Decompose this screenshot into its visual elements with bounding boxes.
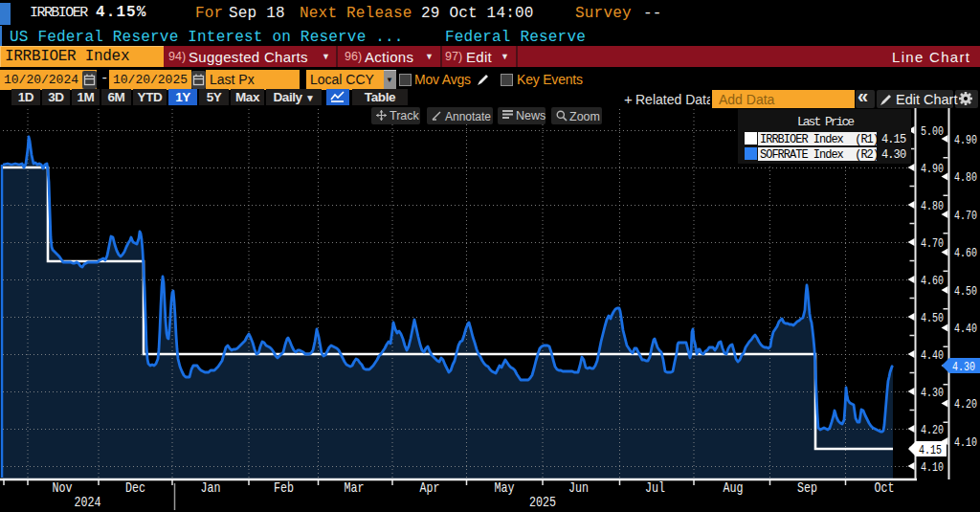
svg-text:4.90: 4.90 bbox=[954, 133, 977, 147]
svg-text:4.40: 4.40 bbox=[921, 348, 944, 363]
svg-text:4.60: 4.60 bbox=[921, 274, 944, 288]
svg-text:4.10: 4.10 bbox=[921, 460, 944, 475]
svg-text:Apr: Apr bbox=[420, 480, 440, 497]
svg-text:4.60: 4.60 bbox=[954, 246, 977, 260]
svg-text:4.50: 4.50 bbox=[954, 284, 977, 299]
svg-text:4.20: 4.20 bbox=[921, 423, 944, 437]
svg-text:Sep: Sep bbox=[797, 480, 817, 497]
svg-text:2025: 2025 bbox=[529, 495, 556, 511]
svg-text:Dec: Dec bbox=[125, 480, 145, 497]
svg-text:4.20: 4.20 bbox=[954, 397, 977, 412]
svg-text:Nov: Nov bbox=[53, 480, 73, 497]
svg-text:2024: 2024 bbox=[75, 495, 101, 511]
svg-text:4.50: 4.50 bbox=[921, 311, 944, 325]
svg-text:4.80: 4.80 bbox=[921, 199, 944, 213]
svg-text:4.30: 4.30 bbox=[952, 360, 975, 374]
svg-text:May: May bbox=[495, 480, 515, 497]
svg-text:4.15: 4.15 bbox=[919, 443, 942, 457]
svg-text:Feb: Feb bbox=[274, 480, 294, 497]
svg-text:Jun: Jun bbox=[568, 480, 589, 497]
svg-text:5.00: 5.00 bbox=[921, 124, 944, 139]
svg-text:4.80: 4.80 bbox=[954, 170, 977, 185]
svg-text:Mar: Mar bbox=[345, 480, 365, 497]
svg-text:4.70: 4.70 bbox=[921, 236, 944, 251]
svg-text:4.70: 4.70 bbox=[954, 209, 977, 223]
svg-text:Aug: Aug bbox=[724, 480, 744, 497]
svg-text:Oct: Oct bbox=[875, 480, 895, 497]
svg-text:4.90: 4.90 bbox=[921, 162, 944, 176]
svg-text:4.30: 4.30 bbox=[921, 386, 944, 400]
svg-text:4.40: 4.40 bbox=[954, 322, 977, 336]
svg-text:4.10: 4.10 bbox=[954, 435, 977, 450]
svg-text:Jan: Jan bbox=[201, 480, 221, 497]
svg-text:Jul: Jul bbox=[645, 480, 665, 497]
